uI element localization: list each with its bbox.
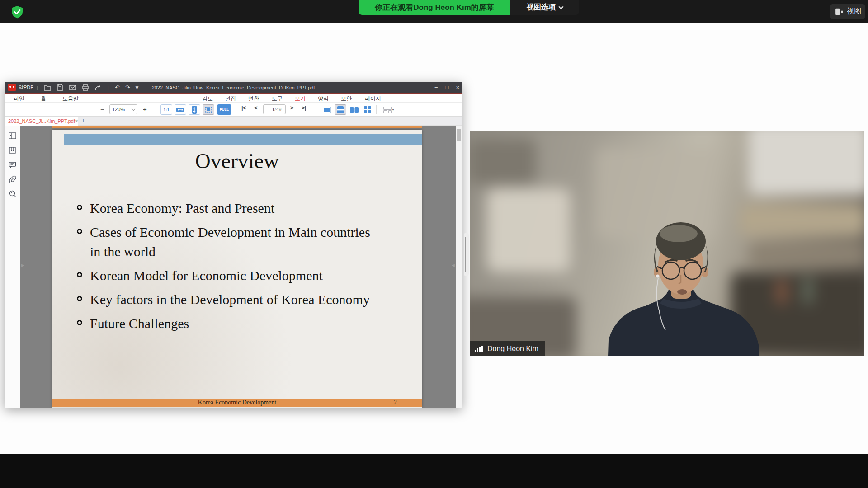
divider [376, 105, 377, 114]
fit-page-icon [205, 107, 212, 113]
slide-page: Overview Korea Economy: Past and Present… [52, 130, 422, 408]
last-page-button[interactable]: >| [302, 104, 306, 111]
pdf-viewer-window: 알PDF | | ↶ ↷ ▼ 2022_NASC_Jilin_Univ_Kore… [5, 82, 462, 408]
participant-nametag: Dong Heon Kim [470, 341, 545, 356]
actual-size-button[interactable]: 1:1 [160, 104, 172, 115]
menu-convert[interactable]: 변환 [248, 95, 259, 103]
undo-icon[interactable]: ↶ [115, 84, 120, 91]
thumbnails-panel-icon[interactable] [9, 132, 16, 140]
slide-page-number: 2 [394, 399, 397, 406]
page-layout-dropdown[interactable]: ▾ [381, 104, 396, 115]
chevron-down-icon [132, 107, 135, 110]
open-folder-icon[interactable] [43, 84, 52, 92]
security-shield-icon[interactable] [10, 5, 24, 19]
minimize-button[interactable]: − [434, 84, 438, 91]
slide-footer-bar: Korea Economic Development 2 [52, 399, 422, 407]
menu-review[interactable]: 검토 [202, 95, 213, 103]
bullet-text: Korea Economy: Past and Present [90, 201, 274, 216]
print-icon[interactable] [81, 84, 90, 92]
panel-collapse-icon[interactable]: ◀ [452, 263, 455, 267]
document-tab[interactable]: 2022_NASC_Ji...Kim_PPT.pdf × [5, 117, 78, 126]
bullet-text: Future Challenges [90, 316, 189, 331]
actual-size-label: 1:1 [163, 108, 169, 112]
bullet-text: Korean Model for Economic Development [90, 268, 323, 283]
menu-help[interactable]: 도움말 [62, 95, 79, 103]
list-item: Key factors in the Development of Korea … [77, 290, 380, 309]
attachments-panel-icon[interactable] [9, 175, 16, 183]
zoom-out-button[interactable]: − [100, 104, 104, 114]
view-button[interactable]: 视图 [830, 4, 865, 19]
sidebar-expand-icon[interactable]: ▶ [21, 263, 24, 267]
list-item: Cases of Economic Development in Main co… [77, 222, 380, 261]
more-tools-icon[interactable]: ▼ [136, 85, 139, 90]
view-button-label: 视图 [847, 7, 862, 16]
fit-height-button[interactable] [189, 104, 200, 115]
participant-person [470, 131, 864, 356]
separator: | [108, 85, 109, 90]
document-title: 2022_NASC_Jilin_Univ_Korea_Economic_Deve… [152, 82, 315, 93]
zoom-in-button[interactable]: + [143, 104, 147, 114]
pdf-menu-bar: 파일 홈 도움말 검토 편집 변환 도구 보기 양식 보안 페이지 [5, 94, 462, 103]
menu-security[interactable]: 보안 [341, 95, 352, 103]
save-icon[interactable] [56, 84, 64, 92]
full-screen-button[interactable]: FULL [217, 104, 231, 115]
menu-file[interactable]: 파일 [14, 95, 24, 103]
fit-width-button[interactable] [175, 104, 186, 115]
vertical-scrollbar[interactable] [456, 126, 462, 408]
bookmarks-panel-icon[interactable] [9, 146, 16, 154]
single-page-view-button[interactable] [321, 104, 333, 115]
separator: | [37, 85, 38, 90]
close-button[interactable]: × [456, 84, 459, 91]
previous-page-edge [52, 126, 422, 128]
maximize-button[interactable]: □ [445, 84, 449, 91]
slide-footer-title: Korea Economic Development [52, 399, 422, 406]
list-item: Future Challenges [77, 314, 380, 333]
two-page-view-button[interactable] [348, 104, 360, 115]
bullet-icon [77, 229, 82, 234]
page-number-input[interactable] [267, 107, 274, 112]
continuous-view-button[interactable] [335, 104, 346, 115]
menu-tools[interactable]: 도구 [272, 95, 283, 103]
divider [236, 105, 236, 114]
chevron-down-icon: ▾ [392, 108, 394, 112]
menu-edit[interactable]: 편집 [225, 95, 236, 103]
bullet-icon [77, 320, 82, 325]
search-panel-icon[interactable] [9, 190, 16, 197]
pdf-left-sidebar [5, 126, 20, 408]
redo-icon[interactable]: ↷ [125, 84, 130, 91]
menu-forms[interactable]: 양식 [318, 95, 329, 103]
bullet-icon [77, 272, 82, 277]
fit-width-icon [176, 107, 184, 113]
menu-home[interactable]: 홈 [41, 95, 46, 103]
new-tab-button[interactable]: + [81, 117, 85, 124]
continuous-view-icon [336, 106, 344, 113]
grid-view-button[interactable] [362, 104, 373, 115]
scrollbar-thumb[interactable] [457, 129, 461, 141]
share-icon[interactable] [94, 84, 102, 92]
divider [316, 105, 316, 114]
zoom-level-select[interactable]: 120% [109, 104, 137, 114]
page-total: /49 [274, 107, 281, 112]
view-options-button[interactable]: 视图选项 [510, 0, 579, 15]
first-page-button[interactable]: |< [241, 104, 245, 111]
fit-page-button[interactable] [203, 104, 214, 115]
next-page-button[interactable]: > [290, 104, 293, 111]
meeting-control-bar: 解除静音 开启视频 6 [0, 454, 868, 488]
app-name: 알PDF [19, 84, 33, 91]
previous-page-button[interactable]: < [254, 104, 257, 111]
tab-close-icon[interactable]: × [75, 118, 78, 124]
slide-header-band [64, 134, 422, 145]
email-icon[interactable] [69, 84, 77, 92]
alpdf-app-icon [8, 84, 16, 91]
menu-page[interactable]: 페이지 [365, 95, 381, 103]
layout-dropdown-icon [383, 107, 392, 113]
comments-panel-icon[interactable] [9, 161, 16, 169]
page-number-box: /49 [263, 104, 286, 114]
participant-video-tile[interactable]: Dong Heon Kim [470, 131, 864, 356]
two-page-icon [350, 107, 359, 113]
bullet-icon [77, 205, 82, 210]
panel-splitter-handle[interactable] [464, 233, 469, 276]
chevron-down-icon [558, 4, 563, 9]
pdf-toolbar: − 120% + 1:1 [5, 103, 462, 117]
pdf-content-area: ▶ Overview Korea Economy: Past and Prese… [5, 126, 462, 408]
